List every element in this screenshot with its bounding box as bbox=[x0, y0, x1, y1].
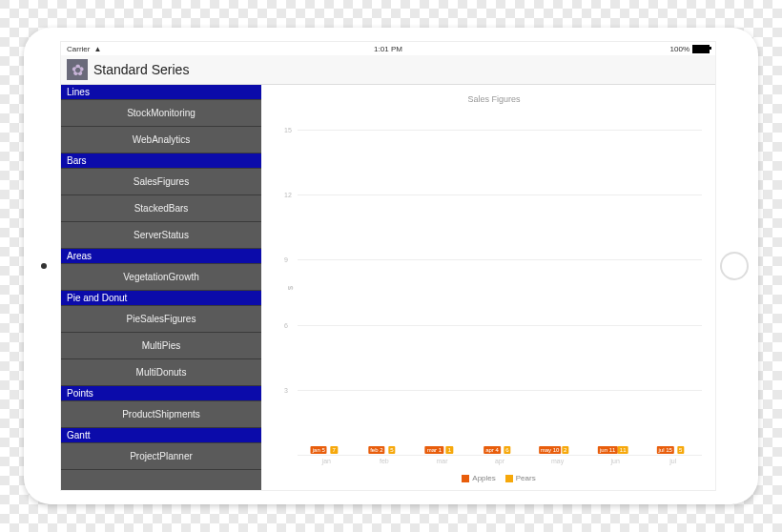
bar-label: jun 11 bbox=[598, 446, 617, 454]
sidebar-section-areas: Areas bbox=[61, 249, 261, 264]
bar-label: jan 5 bbox=[311, 446, 327, 454]
sidebar-section-pie-and-donut: Pie and Donut bbox=[61, 291, 261, 306]
status-time: 1:01 PM bbox=[61, 45, 715, 53]
bar-label: 5 bbox=[388, 446, 395, 454]
legend-swatch-pears bbox=[505, 475, 513, 482]
sidebar-item-piesalesfigures[interactable]: PieSalesFigures bbox=[61, 306, 261, 333]
bar-label: 6 bbox=[504, 446, 510, 454]
legend-label-apples: Apples bbox=[472, 474, 495, 482]
sidebar-item-multipies[interactable]: MultiPies bbox=[61, 333, 261, 359]
bar-label: mar 1 bbox=[425, 446, 443, 454]
gridline bbox=[298, 325, 702, 326]
chart-title: Sales Figures bbox=[286, 94, 702, 104]
xtick: feb bbox=[356, 455, 414, 468]
battery-icon bbox=[692, 45, 710, 53]
app-header: ✿ Standard Series bbox=[61, 55, 715, 85]
xtick: mar bbox=[413, 455, 471, 468]
legend-label-pears: Pears bbox=[516, 474, 536, 482]
sidebar-item-webanalytics[interactable]: WebAnalytics bbox=[61, 127, 261, 153]
gridline bbox=[298, 130, 702, 131]
bar-label: 11 bbox=[618, 446, 628, 454]
xtick: apr bbox=[471, 455, 529, 468]
sidebar[interactable]: LinesStockMonitoringWebAnalyticsBarsSale… bbox=[61, 85, 261, 490]
sidebar-item-vegetationgrowth[interactable]: VegetationGrowth bbox=[61, 264, 261, 291]
bar-label: 5 bbox=[677, 446, 684, 454]
sidebar-item-serverstatus[interactable]: ServerStatus bbox=[61, 222, 261, 249]
device-camera bbox=[41, 263, 47, 269]
bar-label: may 10 bbox=[539, 446, 562, 454]
sidebar-item-productshipments[interactable]: ProductShipments bbox=[61, 401, 261, 428]
legend-swatch-apples bbox=[462, 475, 469, 482]
sidebar-item-multidonuts[interactable]: MultiDonuts bbox=[61, 359, 261, 386]
gridline bbox=[298, 390, 702, 391]
page-title: Standard Series bbox=[93, 62, 189, 77]
bar-label: 2 bbox=[562, 446, 568, 454]
device-screen: Carrier ▲ 1:01 PM 100% ✿ Standard Series… bbox=[60, 41, 716, 491]
sidebar-item-projectplanner[interactable]: ProjectPlanner bbox=[61, 443, 261, 470]
ytick: 12 bbox=[284, 192, 292, 198]
sidebar-item-stackedbars[interactable]: StackedBars bbox=[61, 195, 261, 222]
ytick: 9 bbox=[284, 256, 288, 263]
ytick: 6 bbox=[284, 321, 288, 328]
home-button[interactable] bbox=[720, 252, 749, 280]
chart-pane: Sales Figures $ jan 57feb 25mar 11apr 46… bbox=[261, 85, 715, 490]
xtick: jun bbox=[586, 455, 645, 468]
bar-label: 7 bbox=[331, 446, 338, 454]
xtick: jul bbox=[644, 455, 702, 468]
xtick: jan bbox=[298, 455, 356, 468]
chart-legend: ApplesPears bbox=[286, 468, 702, 482]
chart-plot: jan 57feb 25mar 11apr 46may 102jun 1111j… bbox=[298, 108, 702, 468]
sidebar-item-stockmonitoring[interactable]: StockMonitoring bbox=[61, 100, 261, 127]
sidebar-section-bars: Bars bbox=[61, 153, 261, 169]
sidebar-section-gantt: Gantt bbox=[61, 428, 261, 443]
ytick: 3 bbox=[284, 387, 288, 394]
ytick: 15 bbox=[284, 126, 292, 133]
xtick: may bbox=[528, 455, 586, 468]
sidebar-section-points: Points bbox=[61, 386, 261, 401]
sidebar-section-lines: Lines bbox=[61, 85, 261, 100]
bar-label: jul 15 bbox=[657, 446, 674, 454]
tablet-device: Carrier ▲ 1:01 PM 100% ✿ Standard Series… bbox=[24, 28, 758, 504]
bar-label: apr 4 bbox=[484, 446, 501, 454]
status-bar: Carrier ▲ 1:01 PM 100% bbox=[61, 42, 715, 55]
sidebar-item-salesfigures[interactable]: SalesFigures bbox=[61, 169, 261, 195]
chart-ylabel: $ bbox=[286, 286, 295, 290]
app-icon: ✿ bbox=[67, 59, 88, 80]
gridline bbox=[298, 194, 702, 195]
bar-label: 1 bbox=[446, 446, 453, 454]
gridline bbox=[298, 259, 702, 260]
bar-label: feb 2 bbox=[368, 446, 384, 454]
